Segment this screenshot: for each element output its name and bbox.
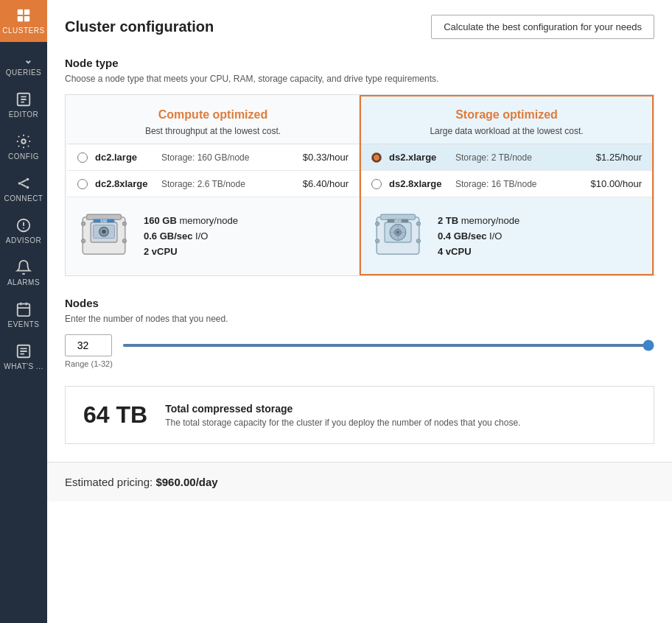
storage-spec-list: 2 TB memory/node 0.4 GB/sec I/O 4 vCPU [438,215,519,257]
svg-rect-12 [18,304,30,317]
node-type-desc: Choose a node type that meets your CPU, … [65,74,654,84]
ds2-xlarge-row[interactable]: ds2.xlarge Storage: 2 TB/node $1.25/hour [361,144,652,171]
node-type-section: Node type Choose a node type that meets … [65,57,654,276]
svg-point-37 [375,239,379,243]
nodes-desc: Enter the number of nodes that you need. [65,314,654,324]
svg-rect-3 [24,16,29,21]
sidebar-label-queries: QUERIES [6,68,42,77]
ds2-8xlarge-storage: Storage: 16 TB/node [455,179,584,189]
svg-line-9 [21,180,26,183]
dc2-large-radio[interactable] [77,152,88,163]
storage-summary: 64 TB Total compressed storage The total… [65,386,654,444]
page-header: Cluster configuration Calculate the best… [65,15,654,39]
sidebar-label-advisor: ADVISOR [6,236,42,244]
ds2-8xlarge-row[interactable]: ds2.8xlarge Storage: 16 TB/node $10.00/h… [361,171,652,197]
svg-point-25 [122,239,126,243]
pricing-value: $960.00/day [155,476,217,488]
nodes-input-row [65,334,654,356]
svg-point-38 [416,222,420,225]
sidebar-label-whats-new: WHAT'S ... [4,362,43,370]
svg-point-21 [102,230,105,233]
nodes-range-label: Range (1-32) [65,359,654,368]
node-type-title: Node type [65,57,654,69]
storage-value: 64 TB [83,401,147,429]
ds2-8xlarge-price: $10.00/hour [591,178,642,189]
svg-rect-2 [18,16,23,21]
ds2-xlarge-name: ds2.xlarge [389,152,448,163]
nodes-title: Nodes [65,297,654,309]
compute-spec-block: SSD 160 GB memory/node 0.6 GB/sec I/O 2 … [67,197,359,274]
nodes-slider[interactable] [122,344,654,347]
storage-card-header: Storage optimized Large data workload at… [361,96,652,144]
sidebar-item-whats-new[interactable]: WHAT'S ... [0,336,47,378]
storage-spec-io: 0.4 GB/sec I/O [438,230,519,242]
svg-point-36 [375,222,379,225]
sidebar-label-editor: EDITOR [9,110,39,119]
sidebar-label-connect: CONNECT [4,194,43,203]
storage-info-desc: The total storage capacity for the clust… [165,418,636,428]
svg-point-8 [27,186,29,189]
dc2-large-row[interactable]: dc2.large Storage: 160 GB/node $0.33/hou… [67,144,359,171]
sidebar-label-config: CONFIG [8,152,39,161]
svg-text:HDD: HDD [394,219,402,223]
pricing-footer: Estimated pricing: $960.00/day [47,462,672,501]
storage-info: Total compressed storage The total stora… [165,403,636,428]
compute-card: Compute optimized Best throughput at the… [66,95,360,275]
dc2-large-price: $0.33/hour [303,152,349,163]
nodes-input[interactable] [65,334,112,356]
svg-line-10 [21,184,26,187]
sidebar-item-alarms[interactable]: ALARMS [0,252,47,294]
sidebar-item-advisor[interactable]: ADVISOR [0,210,47,252]
storage-info-title: Total compressed storage [165,403,636,415]
ds2-8xlarge-radio[interactable] [371,179,382,189]
svg-point-5 [21,139,26,144]
ssd-disk-icon: SSD [77,209,130,262]
dc2-8xlarge-price: $6.40/hour [303,178,349,189]
compute-spec-io: 0.6 GB/sec I/O [144,230,238,242]
dc2-large-storage: Storage: 160 GB/node [161,152,295,163]
node-type-grid: Compute optimized Best throughput at the… [65,94,654,276]
sidebar-item-queries[interactable]: QUERIES [0,42,47,84]
svg-rect-1 [24,10,29,15]
storage-spec-block: HDD 2 TB memory/node 0.4 GB/sec I/O [361,197,652,274]
calculate-button[interactable]: Calculate the best configuration for you… [431,15,654,39]
storage-spec-memory: 2 TB memory/node [438,215,519,226]
dc2-8xlarge-storage: Storage: 2.6 TB/node [161,179,295,189]
compute-spec-vcpu: 2 vCPU [144,246,238,257]
svg-text:SSD: SSD [100,219,108,223]
dc2-8xlarge-radio[interactable] [77,179,88,189]
sidebar-item-events[interactable]: EVENTS [0,294,47,336]
compute-card-title: Compute optimized [76,108,350,122]
storage-spec-vcpu: 4 vCPU [438,246,519,257]
ds2-8xlarge-name: ds2.8xlarge [389,178,448,189]
ds2-xlarge-storage: Storage: 2 TB/node [455,152,589,163]
sidebar-item-editor[interactable]: EDITOR [0,84,47,126]
compute-spec-list: 160 GB memory/node 0.6 GB/sec I/O 2 vCPU [144,215,238,257]
main-content: Cluster configuration Calculate the best… [47,0,672,623]
ds2-xlarge-price: $1.25/hour [596,152,642,163]
storage-card-title: Storage optimized [370,108,643,122]
nodes-section: Nodes Enter the number of nodes that you… [65,297,654,368]
svg-point-24 [122,222,126,225]
svg-point-39 [416,239,420,243]
sidebar-label-clusters: CLUSTERS [2,27,44,35]
compute-card-subtitle: Best throughput at the lowest cost. [76,126,350,136]
sidebar-label-events: EVENTS [7,320,39,328]
pricing-label: Estimated pricing: [65,476,153,488]
sidebar-item-config[interactable]: CONFIG [0,126,47,168]
dc2-large-name: dc2.large [95,152,154,163]
svg-point-6 [18,182,21,185]
dc2-8xlarge-row[interactable]: dc2.8xlarge Storage: 2.6 TB/node $6.40/h… [67,171,359,197]
compute-card-header: Compute optimized Best throughput at the… [67,96,359,144]
storage-card-subtitle: Large data workload at the lowest cost. [370,126,643,136]
sidebar: CLUSTERS QUERIES EDITOR CONFIG [0,0,47,623]
hdd-disk-icon: HDD [371,209,424,262]
storage-card: Storage optimized Large data workload at… [360,95,654,275]
compute-spec-memory: 160 GB memory/node [144,215,238,226]
page-title: Cluster configuration [65,18,214,35]
ds2-xlarge-radio[interactable] [371,152,382,163]
svg-point-7 [27,178,29,181]
sidebar-item-clusters[interactable]: CLUSTERS [0,0,47,42]
sidebar-label-alarms: ALARMS [7,278,40,286]
sidebar-item-connect[interactable]: CONNECT [0,168,47,210]
